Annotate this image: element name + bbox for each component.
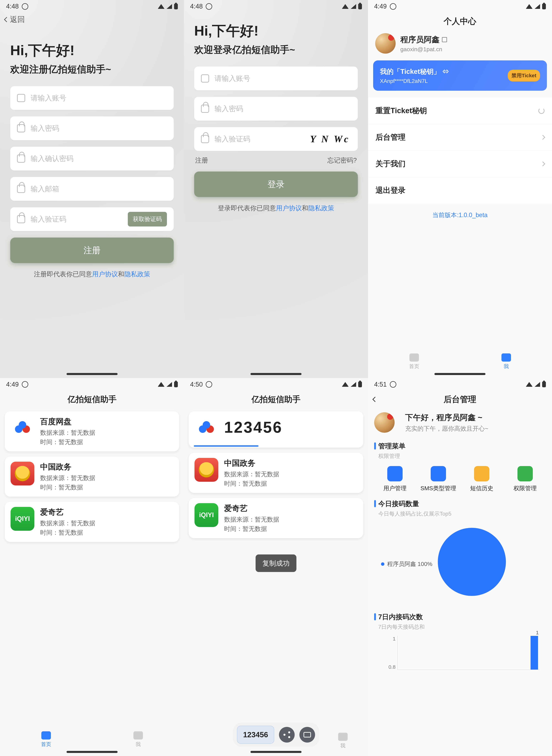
lock-icon bbox=[201, 105, 209, 113]
screen-register: 4:48 返回 Hi,下午好! 欢迎注册亿拍短信助手~ bbox=[0, 0, 184, 378]
battery-icon bbox=[358, 4, 362, 9]
bar bbox=[531, 636, 538, 669]
privacy-link[interactable]: 隐私政策 bbox=[124, 271, 150, 278]
password-field[interactable] bbox=[10, 116, 174, 140]
avatar[interactable] bbox=[375, 33, 396, 53]
admin-mini-0[interactable]: 用户管理 bbox=[374, 466, 416, 492]
app-name: 爱奇艺 bbox=[224, 503, 357, 514]
avatar bbox=[374, 412, 395, 433]
login-button[interactable]: 登录 bbox=[194, 171, 358, 197]
greeting-line-2: 充实的下午，愿你高效且开心~ bbox=[405, 425, 489, 433]
mini-icon bbox=[474, 466, 490, 481]
code-card[interactable]: 123456 bbox=[189, 411, 363, 445]
home-handle[interactable] bbox=[251, 751, 301, 753]
code-input[interactable] bbox=[214, 135, 309, 143]
tab-home[interactable]: 首页 bbox=[41, 731, 51, 748]
status-bar: 4:50 bbox=[184, 378, 368, 390]
get-code-button[interactable]: 获取验证码 bbox=[128, 212, 167, 226]
signal-icon bbox=[167, 382, 172, 387]
app-card-gov[interactable]: 中国政务 数据来源：暂无数据 时间：暂无数据 bbox=[189, 453, 363, 493]
face-icon bbox=[390, 3, 396, 10]
wifi-icon bbox=[342, 382, 349, 387]
back-button[interactable]: 返回 bbox=[0, 11, 184, 28]
menu-reset-ticket[interactable]: 重置Ticket秘钥 bbox=[368, 98, 552, 124]
password-input[interactable] bbox=[214, 105, 351, 113]
email-field[interactable] bbox=[10, 177, 174, 201]
link-icon: ⇔ bbox=[442, 68, 449, 75]
home-handle[interactable] bbox=[251, 373, 301, 375]
china-gov-icon bbox=[11, 462, 34, 485]
battery-icon bbox=[174, 382, 178, 387]
account-field[interactable] bbox=[10, 86, 174, 110]
account-input[interactable] bbox=[30, 94, 167, 102]
confirm-password-field[interactable] bbox=[10, 147, 174, 170]
cast-button[interactable] bbox=[299, 727, 315, 743]
face-icon bbox=[390, 381, 396, 388]
account-field[interactable] bbox=[194, 66, 358, 90]
screen-admin: 4:51 后台管理 下午好，程序员阿鑫 ~ 充实的下午，愿你高效且开心~ bbox=[368, 378, 552, 756]
lock-icon bbox=[201, 135, 209, 143]
mini-label: 用户管理 bbox=[383, 484, 407, 492]
disable-ticket-button[interactable]: 禁用Ticket bbox=[508, 70, 540, 82]
clipboard-chip[interactable]: 123456 bbox=[237, 726, 274, 744]
wifi-icon bbox=[526, 382, 533, 387]
email-input[interactable] bbox=[30, 185, 167, 193]
admin-mini-2[interactable]: 短信历史 bbox=[461, 466, 503, 492]
wifi-icon bbox=[158, 382, 164, 387]
ticket-label: 我的「Ticket秘钥」 bbox=[380, 68, 440, 75]
code-input[interactable] bbox=[30, 215, 128, 223]
tab-home[interactable]: 首页 bbox=[409, 353, 419, 370]
terms-link[interactable]: 用户协议 bbox=[92, 271, 118, 278]
account-input[interactable] bbox=[214, 74, 351, 83]
section-subtitle: 权限管理 bbox=[378, 452, 546, 460]
confirm-password-input[interactable] bbox=[30, 154, 167, 163]
forgot-password-link[interactable]: 忘记密码? bbox=[327, 156, 357, 165]
iqiyi-icon: iQIYI bbox=[194, 503, 218, 527]
privacy-link[interactable]: 隐私政策 bbox=[308, 204, 334, 212]
agreement-text: 登录即代表你已同意用户协议和隐私政策 bbox=[194, 204, 358, 212]
admin-mini-3[interactable]: 权限管理 bbox=[504, 466, 546, 492]
share-icon bbox=[283, 731, 290, 738]
tab-me[interactable]: 我 bbox=[133, 731, 143, 748]
tab-me[interactable]: 我 bbox=[502, 353, 511, 370]
goto-register-link[interactable]: 注册 bbox=[195, 156, 208, 165]
tab-me[interactable]: 我 bbox=[338, 733, 348, 749]
terms-link[interactable]: 用户协议 bbox=[276, 204, 302, 212]
menu-about[interactable]: 关于我们 bbox=[368, 151, 552, 177]
menu-admin[interactable]: 后台管理 bbox=[368, 124, 552, 151]
face-icon bbox=[22, 3, 28, 10]
clipboard-dock: 123456 bbox=[233, 723, 319, 747]
status-bar: 4:51 bbox=[368, 378, 552, 390]
y-tick: 1 bbox=[380, 636, 396, 642]
share-button[interactable] bbox=[279, 727, 295, 743]
app-card-baidu[interactable]: 百度网盘 数据来源：暂无数据 时间：暂无数据 bbox=[5, 411, 179, 451]
signal-icon bbox=[351, 4, 356, 9]
screen-assistant-code: 4:50 亿拍短信助手 123456 bbox=[184, 378, 368, 756]
app-card-gov[interactable]: 中国政务 数据来源：暂无数据 时间：暂无数据 bbox=[5, 457, 179, 497]
wifi-icon bbox=[342, 4, 349, 9]
battery-icon bbox=[174, 4, 178, 9]
password-input[interactable] bbox=[30, 124, 167, 133]
back-button[interactable] bbox=[372, 397, 378, 402]
profile-header[interactable]: 程序员阿鑫 gaoxin@1pat.cn bbox=[368, 30, 552, 60]
password-field[interactable] bbox=[194, 97, 358, 121]
admin-mini-1[interactable]: SMS类型管理 bbox=[417, 466, 459, 492]
menu-logout[interactable]: 退出登录 bbox=[368, 177, 552, 203]
app-card-iqiyi[interactable]: iQIYI 爱奇艺 数据来源：暂无数据 时间：暂无数据 bbox=[189, 498, 363, 538]
mini-label: 权限管理 bbox=[514, 484, 537, 492]
clock: 4:50 bbox=[190, 381, 203, 388]
edit-icon[interactable] bbox=[442, 37, 447, 42]
me-icon bbox=[502, 353, 511, 361]
home-handle[interactable] bbox=[66, 751, 118, 753]
version-text: 当前版本:1.0.0_beta bbox=[368, 203, 552, 227]
home-handle[interactable] bbox=[434, 373, 486, 375]
code-field[interactable]: Y N Wc bbox=[194, 127, 358, 151]
captcha-image[interactable]: Y N Wc bbox=[309, 134, 351, 144]
greeting: Hi,下午好! bbox=[194, 22, 358, 40]
app-card-iqiyi[interactable]: iQIYI 爱奇艺 数据来源：暂无数据 时间：暂无数据 bbox=[5, 502, 179, 542]
home-handle[interactable] bbox=[66, 373, 118, 375]
china-gov-icon bbox=[194, 458, 218, 482]
clock: 4:51 bbox=[374, 381, 387, 388]
register-button[interactable]: 注册 bbox=[10, 238, 174, 263]
code-field[interactable]: 获取验证码 bbox=[10, 207, 174, 231]
